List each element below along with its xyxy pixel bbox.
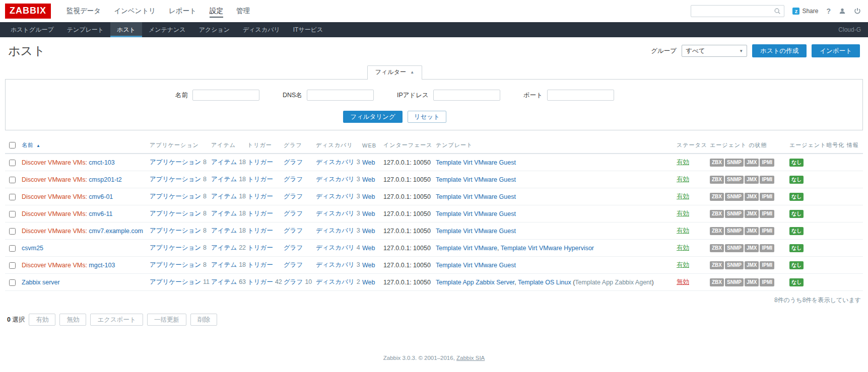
discovery-rule-link[interactable]: Discover VMware VMs:	[22, 210, 89, 217]
host-name-link[interactable]: cmv6-01	[89, 193, 113, 200]
row-checkbox[interactable]	[9, 279, 16, 286]
discovery-rule-link[interactable]: Discover VMware VMs:	[22, 193, 89, 200]
graphs-link[interactable]: グラフ	[284, 176, 303, 183]
template-link[interactable]: Template Virt VMware Guest	[436, 262, 516, 269]
subnav-item[interactable]: ホストグループ	[4, 22, 60, 37]
triggers-link[interactable]: トリガー	[247, 244, 273, 251]
items-link[interactable]: アイテム	[211, 278, 237, 285]
subnav-item[interactable]: テンプレート	[60, 22, 110, 37]
create-host-button[interactable]: ホストの作成	[752, 44, 807, 57]
discovery-rule-link[interactable]: Discover VMware VMs:	[22, 176, 89, 183]
items-link[interactable]: アイテム	[211, 193, 237, 200]
row-checkbox[interactable]	[9, 262, 16, 269]
graphs-link[interactable]: グラフ	[284, 261, 303, 268]
applications-link[interactable]: アプリケーション	[150, 210, 201, 217]
subnav-item[interactable]: ITサービス	[287, 22, 330, 37]
items-link[interactable]: アイテム	[211, 227, 237, 234]
discovery-link[interactable]: ディスカバリ	[316, 210, 355, 217]
web-link[interactable]: Web	[362, 228, 375, 235]
subnav-item[interactable]: ディスカバリ	[236, 22, 287, 37]
template-link[interactable]: Template Virt VMware Guest	[436, 159, 516, 166]
graphs-link[interactable]: グラフ	[284, 244, 303, 251]
row-checkbox[interactable]	[9, 228, 16, 235]
discovery-link[interactable]: ディスカバリ	[316, 244, 355, 251]
host-name-link[interactable]: cmv7.example.com	[89, 228, 143, 235]
template-link[interactable]: Template Virt VMware Hypervisor	[501, 245, 594, 252]
footer-zabbix-sia-link[interactable]: Zabbix SIA	[456, 355, 485, 361]
discovery-link[interactable]: ディスカバリ	[316, 159, 355, 166]
graphs-link[interactable]: グラフ	[284, 278, 303, 285]
triggers-link[interactable]: トリガー	[247, 227, 273, 234]
discovery-link[interactable]: ディスカバリ	[316, 261, 355, 268]
status-link[interactable]: 有効	[677, 176, 689, 183]
status-link[interactable]: 有効	[677, 244, 689, 251]
filter-reset-button[interactable]: リセット	[408, 111, 446, 123]
subnav-item[interactable]: ホスト	[110, 22, 142, 37]
graphs-link[interactable]: グラフ	[284, 193, 303, 200]
applications-link[interactable]: アプリケーション	[150, 159, 201, 166]
host-name-link[interactable]: mgct-103	[89, 262, 115, 269]
filter-input-dns[interactable]	[307, 90, 374, 101]
top-menu-item[interactable]: 管理	[230, 0, 256, 22]
row-checkbox[interactable]	[9, 177, 16, 183]
top-menu-item[interactable]: レポート	[162, 0, 203, 22]
template-link[interactable]: Template Virt VMware Guest	[436, 228, 516, 235]
applications-link[interactable]: アプリケーション	[150, 176, 201, 183]
applications-link[interactable]: アプリケーション	[150, 193, 201, 200]
graphs-link[interactable]: グラフ	[284, 227, 303, 234]
triggers-link[interactable]: トリガー	[247, 278, 273, 285]
web-link[interactable]: Web	[362, 176, 375, 183]
graphs-link[interactable]: グラフ	[284, 159, 303, 166]
status-link[interactable]: 有効	[677, 159, 689, 166]
group-select[interactable]: すべて ▼	[682, 45, 747, 57]
triggers-link[interactable]: トリガー	[247, 261, 273, 268]
row-checkbox[interactable]	[9, 245, 16, 252]
subnav-item[interactable]: アクション	[192, 22, 236, 37]
discovery-link[interactable]: ディスカバリ	[316, 193, 355, 200]
discovery-rule-link[interactable]: Discover VMware VMs:	[22, 159, 89, 166]
triggers-link[interactable]: トリガー	[247, 193, 273, 200]
template-link[interactable]: Template Virt VMware Guest	[436, 176, 516, 183]
web-link[interactable]: Web	[362, 245, 375, 252]
top-menu-item[interactable]: 監視データ	[60, 0, 107, 22]
import-button[interactable]: インポート	[812, 44, 860, 57]
status-link[interactable]: 有効	[677, 261, 689, 268]
filter-input-ip[interactable]	[433, 90, 500, 101]
row-checkbox[interactable]	[9, 194, 16, 200]
top-menu-item[interactable]: 設定	[203, 0, 230, 22]
items-link[interactable]: アイテム	[211, 244, 237, 251]
filter-apply-button[interactable]: フィルタリング	[343, 111, 403, 123]
applications-link[interactable]: アプリケーション	[150, 227, 201, 234]
column-sort-link[interactable]: 名前	[22, 142, 34, 148]
status-link[interactable]: 有効	[677, 227, 689, 234]
host-name-link[interactable]: csvm25	[22, 245, 43, 252]
items-link[interactable]: アイテム	[211, 159, 237, 166]
template-link[interactable]: Template OS Linux	[518, 279, 571, 286]
logout-power-icon[interactable]	[854, 8, 861, 15]
discovery-link[interactable]: ディスカバリ	[316, 227, 355, 234]
template-link[interactable]: Template App Zabbix Server	[436, 279, 514, 286]
select-all-checkbox[interactable]	[9, 142, 16, 148]
triggers-link[interactable]: トリガー	[247, 176, 273, 183]
items-link[interactable]: アイテム	[211, 261, 237, 268]
template-link[interactable]: Template Virt VMware	[436, 245, 497, 252]
status-link[interactable]: 有効	[677, 210, 689, 217]
web-link[interactable]: Web	[362, 210, 375, 217]
host-name-link[interactable]: cmsp201-t2	[89, 176, 121, 183]
host-name-link[interactable]: cmct-103	[89, 159, 114, 166]
items-link[interactable]: アイテム	[211, 176, 237, 183]
graphs-link[interactable]: グラフ	[284, 210, 303, 217]
triggers-link[interactable]: トリガー	[247, 210, 273, 217]
discovery-link[interactable]: ディスカバリ	[316, 278, 355, 285]
applications-link[interactable]: アプリケーション	[150, 261, 201, 268]
zabbix-logo[interactable]: ZABBIX	[5, 4, 51, 19]
template-link[interactable]: Template Virt VMware Guest	[436, 193, 516, 200]
discovery-link[interactable]: ディスカバリ	[316, 176, 355, 183]
help-icon[interactable]: ?	[826, 7, 831, 15]
web-link[interactable]: Web	[362, 262, 375, 269]
user-profile-icon[interactable]	[839, 8, 846, 15]
row-checkbox[interactable]	[9, 160, 16, 166]
subnav-item[interactable]: メンテナンス	[142, 22, 192, 37]
search-input[interactable]	[691, 5, 784, 17]
top-menu-item[interactable]: インベントリ	[107, 0, 162, 22]
